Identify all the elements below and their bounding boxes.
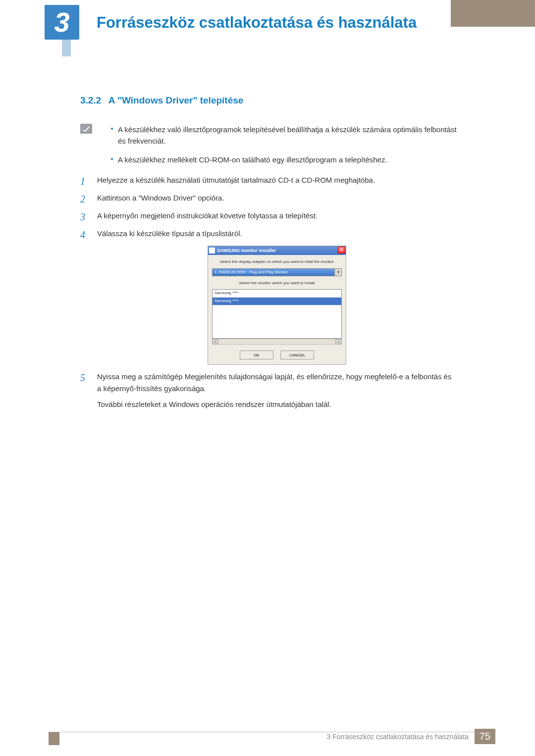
chevron-down-icon[interactable]: ▾	[334, 269, 341, 276]
step-number: 5	[80, 370, 92, 386]
footer-chapter-title: 3 Forráseszköz csatlakoztatása és haszná…	[326, 733, 468, 741]
monitor-listbox[interactable]: Samsung **** Samsung ****	[212, 289, 342, 339]
note-icon	[80, 124, 92, 134]
steps-list: 1 Helyezze a készülék használati útmutat…	[80, 174, 457, 411]
installer-window: SAMSUNG monitor installer × Select the d…	[208, 246, 346, 365]
step-number: 1	[80, 173, 92, 189]
note-block: A készülékhez való illesztőprogramok tel…	[80, 124, 457, 165]
list-item[interactable]: Samsung ****	[213, 298, 341, 305]
step-text: Válassza ki készüléke típusát a típuslis…	[97, 229, 242, 238]
installer-title: SAMSUNG monitor installer	[217, 247, 276, 254]
note-item: A készülékhez mellékelt CD-ROM-on találh…	[111, 154, 457, 165]
installer-button-row: OK CANCEL	[208, 345, 346, 359]
cancel-button[interactable]: CANCEL	[280, 351, 314, 359]
chapter-title: Forráseszköz csatlakoztatása és használa…	[97, 14, 417, 32]
step-text: Nyissa meg a számítógép Megjelenítés tul…	[97, 372, 451, 393]
app-icon	[209, 248, 215, 253]
ok-button[interactable]: OK	[240, 351, 273, 359]
step-item: 1 Helyezze a készülék használati útmutat…	[80, 174, 457, 186]
horizontal-scrollbar[interactable]: ‹ ›	[212, 339, 342, 345]
step-item: 2 Kattintson a "Windows Driver" opcióra.	[80, 192, 457, 204]
step-number: 2	[80, 191, 92, 207]
header-accent-bar	[451, 0, 535, 27]
section-number: 3.2.2	[80, 95, 101, 106]
list-item[interactable]: Samsung ****	[213, 290, 341, 298]
section-heading: 3.2.2 A "Windows Driver" telepítése	[80, 95, 457, 106]
installer-instruction: Select the monitor which you want to ins…	[208, 276, 346, 290]
step-text: Helyezze a készülék használati útmutatój…	[97, 176, 375, 184]
adapter-dropdown[interactable]: 1. RADEON 9550 : Plug and Play Monitor ▾	[212, 268, 342, 276]
content-area: 3.2.2 A "Windows Driver" telepítése A ké…	[80, 95, 457, 416]
step-text: Kattintson a "Windows Driver" opcióra.	[97, 194, 224, 202]
step-item: 3 A képernyőn megjelenő instrukciókat kö…	[80, 210, 457, 222]
step-item: 5 Nyissa meg a számítógép Megjelenítés t…	[80, 371, 457, 410]
note-item: A készülékhez való illesztőprogramok tel…	[111, 124, 457, 147]
step-number: 4	[80, 227, 92, 243]
footer-accent-tab	[49, 732, 59, 745]
close-icon[interactable]: ×	[338, 247, 345, 253]
chapter-number-box: 3	[45, 5, 79, 40]
scroll-right-icon[interactable]: ›	[335, 339, 341, 344]
page-number: 75	[475, 729, 495, 744]
step-text: További részleteket a Windows operációs …	[97, 399, 331, 410]
installer-instruction: Select the display adapter on which you …	[208, 255, 346, 268]
step-number: 3	[80, 209, 92, 225]
adapter-selected: 1. RADEON 9550 : Plug and Play Monitor	[214, 270, 288, 274]
footer: 3 Forráseszköz csatlakoztatása és haszná…	[326, 729, 495, 744]
step-item: 4 Válassza ki készüléke típusát a típusl…	[80, 228, 457, 365]
section-title: A "Windows Driver" telepítése	[108, 95, 244, 105]
scroll-left-icon[interactable]: ‹	[213, 339, 218, 344]
step-text: A képernyőn megjelenő instrukciókat köve…	[97, 211, 318, 220]
installer-titlebar: SAMSUNG monitor installer ×	[208, 246, 346, 255]
